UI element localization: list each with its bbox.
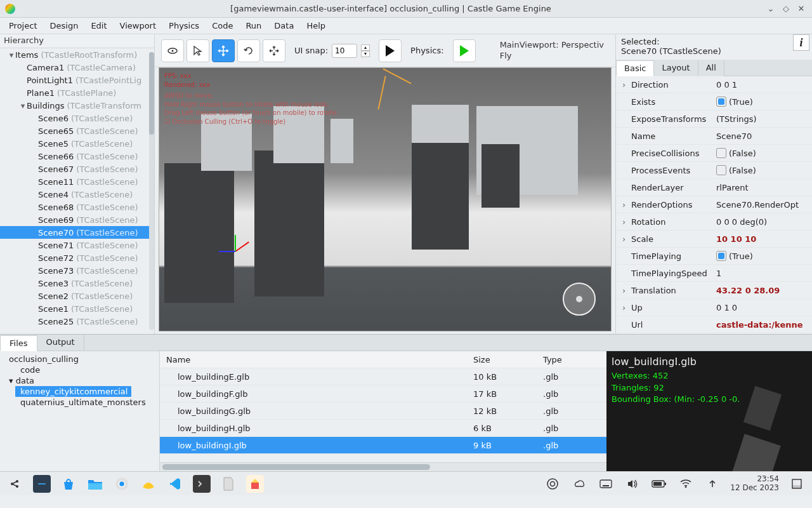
file-row[interactable]: low_buildingH.glb6 kB.glb [160, 420, 606, 437]
hierarchy-item[interactable]: Scene5(TCastleScene) [0, 137, 154, 150]
hierarchy-item[interactable]: Scene1(TCastleScene) [0, 302, 154, 315]
property-row[interactable]: ProcessEvents(False) [616, 162, 812, 179]
property-row[interactable]: PreciseCollisions(False) [616, 145, 812, 162]
tray-keyboard-icon[interactable] [597, 475, 615, 493]
file-table-hscroll[interactable] [160, 462, 606, 471]
taskbar-clock[interactable]: 23:5412 Dec 2023 [730, 475, 779, 491]
taskbar-app-store[interactable] [60, 475, 77, 493]
property-row[interactable]: ›RenderOptionsScene70.RenderOpt [616, 196, 812, 213]
physics-play-button[interactable] [453, 39, 476, 62]
taskbar-app-konsole[interactable] [193, 475, 211, 493]
taskbar-app-vscode[interactable] [166, 475, 184, 493]
menu-data[interactable]: Data [268, 19, 300, 32]
tray-volume-icon[interactable] [624, 475, 641, 493]
property-row[interactable]: Urlcastle-data:/kenne [616, 316, 812, 333]
maximize-button[interactable]: ◇ [780, 3, 792, 15]
scale-tool-button[interactable] [263, 39, 285, 62]
hierarchy-item[interactable]: Scene4(TCastleScene) [0, 188, 154, 201]
property-row[interactable]: TimePlaying(True) [616, 248, 812, 265]
move-tool-button[interactable] [212, 39, 235, 62]
hierarchy-item[interactable]: Scene73(TCastleScene) [0, 264, 154, 277]
dir-item[interactable]: quaternius_ultimate_monsters [15, 397, 158, 408]
hierarchy-item[interactable]: ▾Items(TCastleRootTransform) [0, 48, 154, 61]
dir-item[interactable]: kenney_citykitcommercial [15, 386, 131, 397]
checkbox-icon[interactable] [716, 251, 726, 261]
property-row[interactable]: ExposeTransforms(TStrings) [616, 110, 812, 128]
inspector-tab-layout[interactable]: Layout [654, 60, 698, 76]
file-row[interactable]: low_buildingG.glb12 kB.glb [160, 403, 606, 420]
ui-snap-input[interactable] [332, 44, 357, 58]
file-row[interactable]: low_buildingI.glb9 kB.glb [160, 437, 606, 454]
file-row[interactable]: low_buildingF.glb17 kB.glb [160, 385, 606, 403]
menu-viewport[interactable]: Viewport [114, 19, 163, 32]
property-row[interactable]: TimePlayingSpeed1 [616, 265, 812, 282]
hierarchy-item[interactable]: Scene71(TCastleScene) [0, 239, 154, 251]
snap-down-button[interactable]: ▾ [361, 51, 370, 57]
hierarchy-item[interactable]: Camera1(TCastleCamera) [0, 61, 154, 74]
viewport-3d[interactable]: FPS: xxx Rendered: xxx AWSD to move, Hol… [159, 67, 612, 331]
tray-arrow-up-icon[interactable] [704, 475, 721, 493]
taskbar-app-lazarus[interactable] [140, 475, 157, 493]
taskbar-app-terminal[interactable] [33, 475, 51, 493]
tray-desktop-button[interactable] [788, 475, 806, 493]
hierarchy-item[interactable]: Scene69(TCastleScene) [0, 213, 154, 226]
bottom-tab-output[interactable]: Output [37, 335, 84, 351]
inspector-tab-basic[interactable]: Basic [616, 60, 654, 76]
hierarchy-item[interactable]: Scene6(TCastleScene) [0, 112, 154, 124]
menu-design[interactable]: Design [43, 19, 84, 32]
hierarchy-item[interactable]: Scene25(TCastleScene) [0, 315, 154, 328]
snap-up-button[interactable]: ▴ [361, 44, 370, 51]
property-grid[interactable]: ›Direction0 0 1Exists(True)ExposeTransfo… [616, 76, 812, 334]
hierarchy-scrollbar[interactable] [149, 52, 154, 330]
hierarchy-tree[interactable]: ▾Items(TCastleRootTransform)Camera1(TCas… [0, 48, 154, 334]
hierarchy-item[interactable]: Scene66(TCastleScene) [0, 150, 154, 163]
interact-tool-button[interactable] [161, 39, 184, 62]
minimize-button[interactable]: ⌄ [765, 3, 776, 15]
property-row[interactable]: ›Translation43.22 0 28.09 [616, 282, 812, 299]
property-row[interactable]: Exists(True) [616, 93, 812, 110]
hierarchy-item[interactable]: Scene2(TCastleScene) [0, 290, 154, 302]
hierarchy-item[interactable]: Scene67(TCastleScene) [0, 163, 154, 175]
hierarchy-item[interactable]: Scene72(TCastleScene) [0, 251, 154, 264]
play-button[interactable] [379, 39, 402, 62]
menu-code[interactable]: Code [206, 19, 239, 32]
tray-update-icon[interactable] [544, 475, 561, 493]
bottom-tab-files[interactable]: Files [0, 335, 37, 351]
property-row[interactable]: ›Scale10 10 10 [616, 231, 812, 248]
directory-tree[interactable]: occlusion_cullingcode▾ datakenney_cityki… [0, 351, 160, 471]
hierarchy-item[interactable]: Scene65(TCastleScene) [0, 124, 154, 137]
hierarchy-item[interactable]: Scene70(TCastleScene) [0, 226, 154, 239]
start-button[interactable] [6, 475, 24, 493]
select-tool-button[interactable] [187, 39, 209, 62]
menu-physics[interactable]: Physics [162, 19, 206, 32]
property-row[interactable]: NameScene70 [616, 128, 812, 145]
taskbar-app-chrome[interactable] [113, 475, 131, 493]
property-row[interactable]: ›Direction0 0 1 [616, 76, 812, 93]
transform-gizmo[interactable] [220, 236, 252, 267]
menu-edit[interactable]: Edit [84, 19, 113, 32]
view-cube-icon[interactable] [563, 283, 596, 316]
checkbox-icon[interactable] [716, 148, 726, 158]
hierarchy-item[interactable]: Scene68(TCastleScene) [0, 201, 154, 213]
file-row[interactable]: low_buildingE.glb10 kB.glb [160, 368, 606, 385]
menu-project[interactable]: Project [3, 19, 43, 32]
rotate-tool-button[interactable] [237, 39, 260, 62]
hierarchy-item[interactable]: Scene3(TCastleScene) [0, 277, 154, 290]
hierarchy-item[interactable]: PointLight1(TCastlePointLig [0, 74, 154, 86]
close-button[interactable]: ✕ [796, 3, 807, 15]
property-row[interactable]: ›Rotation0 0 0 deg(0) [616, 213, 812, 231]
taskbar-app-texteditor[interactable] [219, 475, 237, 493]
checkbox-icon[interactable] [716, 97, 726, 107]
hierarchy-item[interactable]: ▾Buildings(TCastleTransform [0, 99, 154, 112]
dir-item[interactable]: occlusion_culling [4, 354, 158, 364]
taskbar-app-files[interactable] [86, 475, 104, 493]
property-row[interactable]: ›Up0 1 0 [616, 299, 812, 316]
dir-item[interactable]: ▾ data [4, 375, 158, 386]
dir-item[interactable]: code [15, 364, 158, 375]
menu-help[interactable]: Help [300, 19, 332, 32]
tray-battery-icon[interactable] [650, 475, 668, 493]
property-row[interactable]: RenderLayerrlParent [616, 179, 812, 196]
checkbox-icon[interactable] [716, 165, 726, 175]
tray-wifi-icon[interactable] [677, 475, 695, 493]
info-button[interactable]: i [793, 34, 809, 51]
